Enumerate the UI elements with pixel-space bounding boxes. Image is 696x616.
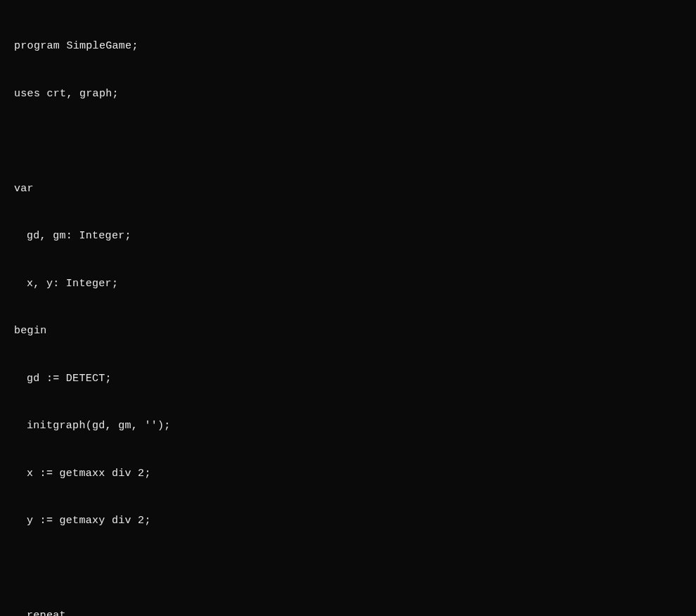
code-line: gd := DETECT; bbox=[14, 371, 682, 387]
code-editor[interactable]: program SimpleGame; uses crt, graph; var… bbox=[14, 7, 682, 616]
code-line: x := getmaxx div 2; bbox=[14, 466, 682, 482]
code-line: x, y: Integer; bbox=[14, 276, 682, 293]
code-line: initgraph(gd, gm, ''); bbox=[14, 418, 682, 435]
code-line-blank bbox=[14, 561, 682, 577]
code-line: uses crt, graph; bbox=[14, 86, 682, 103]
code-line: var bbox=[14, 181, 682, 198]
code-line: gd, gm: Integer; bbox=[14, 229, 682, 245]
code-line: repeat bbox=[14, 608, 682, 616]
code-line-blank bbox=[14, 134, 682, 150]
code-line: begin bbox=[14, 323, 682, 340]
code-line: program SimpleGame; bbox=[14, 39, 682, 55]
code-line: y := getmaxy div 2; bbox=[14, 513, 682, 530]
